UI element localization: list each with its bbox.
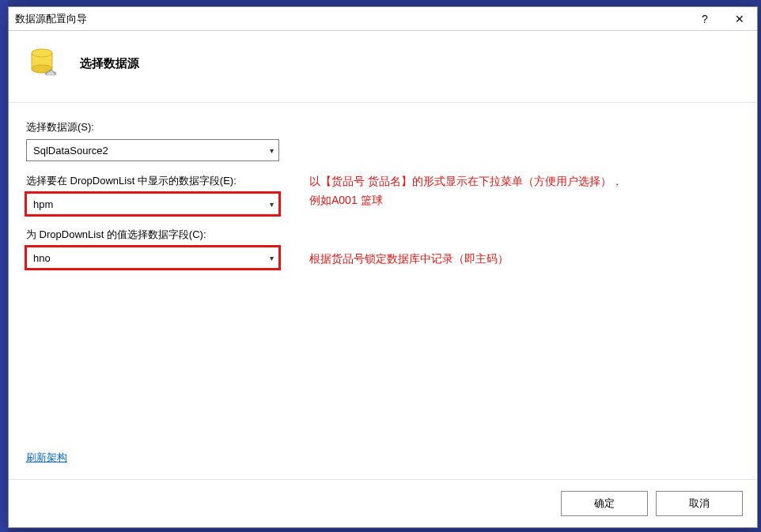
cancel-button[interactable]: 取消 xyxy=(656,491,743,516)
annotation-value: 根据货品号锁定数据库中记录（即主码） xyxy=(309,250,509,269)
dialog-title: 数据源配置向导 xyxy=(15,12,687,26)
database-icon xyxy=(28,47,61,80)
dialog-footer: 确定 取消 xyxy=(9,479,757,527)
datasource-label: 选择数据源(S): xyxy=(26,120,740,134)
display-field-value: hpm xyxy=(33,198,270,210)
datasource-field-block: 选择数据源(S): SqlDataSource2 ▾ xyxy=(26,120,740,161)
value-field-label: 为 DropDownList 的值选择数据字段(C): xyxy=(26,228,740,242)
refresh-schema-link[interactable]: 刷新架构 xyxy=(26,451,67,465)
svg-point-4 xyxy=(54,73,55,74)
wizard-step-title: 选择数据源 xyxy=(80,56,139,71)
chevron-down-icon: ▾ xyxy=(270,254,274,262)
ok-button[interactable]: 确定 xyxy=(561,491,648,516)
wizard-dialog: 数据源配置向导 ? ✕ 选择数据源 xyxy=(8,6,758,528)
datasource-value: SqlDataSource2 xyxy=(33,145,270,157)
svg-point-3 xyxy=(45,73,47,74)
close-button[interactable]: ✕ xyxy=(722,7,757,31)
titlebar: 数据源配置向导 ? ✕ xyxy=(9,7,757,31)
close-icon: ✕ xyxy=(735,13,744,25)
background-stripe xyxy=(0,0,8,532)
svg-point-1 xyxy=(32,65,52,73)
value-field-value: hno xyxy=(33,252,270,264)
chevron-down-icon: ▾ xyxy=(270,146,274,155)
annotation-display: 以【货品号 货品名】的形式显示在下拉菜单（方便用户选择）， 例如A001 篮球 xyxy=(309,172,623,210)
chevron-down-icon: ▾ xyxy=(270,200,274,209)
ok-button-label: 确定 xyxy=(594,496,615,511)
display-field-combobox[interactable]: hpm ▾ xyxy=(26,193,279,215)
datasource-combobox[interactable]: SqlDataSource2 ▾ xyxy=(26,139,279,161)
help-button[interactable]: ? xyxy=(687,7,722,31)
wizard-content: 选择数据源(S): SqlDataSource2 ▾ 选择要在 DropDown… xyxy=(9,103,757,479)
value-field-combobox[interactable]: hno ▾ xyxy=(26,247,279,269)
help-icon: ? xyxy=(702,13,708,25)
cancel-button-label: 取消 xyxy=(689,496,710,511)
wizard-header: 选择数据源 xyxy=(9,31,757,102)
